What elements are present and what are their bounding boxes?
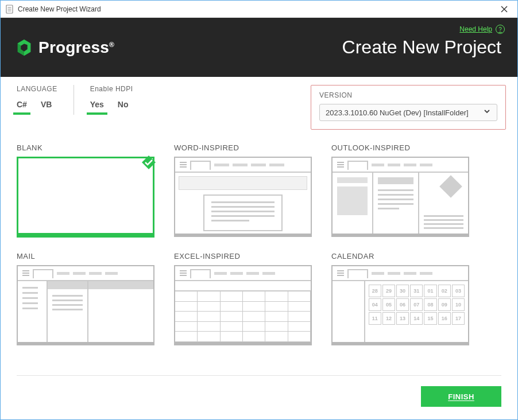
template-outlook: OUTLOOK-INSPIRED (331, 143, 469, 235)
language-choice-csharp[interactable]: C# (17, 100, 27, 112)
version-group: VERSION 2023.3.1010.60 NuGet (Dev) [Inst… (311, 85, 506, 130)
template-title: EXCEL-INSPIRED (174, 252, 312, 260)
calendar-day: 28 (369, 285, 381, 297)
calendar-day: 12 (382, 312, 395, 325)
template-title: OUTLOOK-INSPIRED (331, 143, 469, 152)
close-button[interactable] (491, 1, 517, 18)
template-card-calendar[interactable]: 28 29 30 31 01 02 03 04 05 06 07 08 09 1… (331, 265, 469, 343)
app-icon (5, 5, 14, 14)
version-dropdown[interactable]: 2023.3.1010.60 NuGet (Dev) [InstallFolde… (319, 104, 497, 121)
template-card-excel[interactable] (174, 265, 312, 343)
hdpi-group: Enable HDPI Yes No (90, 85, 133, 112)
calendar-day: 16 (438, 312, 451, 325)
calendar-day: 04 (369, 298, 381, 311)
check-icon (141, 155, 156, 170)
language-choice-vb[interactable]: VB (41, 100, 52, 112)
template-card-outlook[interactable] (331, 157, 469, 235)
menu-icon (180, 162, 187, 168)
footer: FINISH (1, 366, 517, 419)
help-icon: ? (496, 25, 505, 34)
progress-logo-icon (13, 37, 35, 59)
calendar-day: 08 (424, 298, 436, 311)
calendar-day: 02 (438, 285, 451, 297)
calendar-day: 01 (424, 285, 436, 297)
hdpi-label: Enable HDPI (90, 85, 133, 93)
template-card-blank[interactable] (17, 157, 154, 235)
template-word: WORD-INSPIRED (174, 143, 312, 235)
calendar-day: 03 (452, 285, 465, 297)
version-selected: 2023.3.1010.60 NuGet (Dev) [InstallFolde… (326, 108, 469, 117)
svg-marker-9 (142, 155, 156, 169)
titlebar: Create New Project Wizard (1, 1, 517, 18)
options-bar: LANGUAGE C# VB Enable HDPI Yes No VERSIO… (1, 77, 517, 126)
chevron-down-icon (483, 107, 491, 118)
svg-marker-7 (24, 39, 30, 56)
calendar-day: 13 (396, 312, 409, 325)
calendar-grid: 28 29 30 31 01 02 03 04 05 06 07 08 09 1… (365, 281, 468, 342)
menu-icon (180, 270, 187, 276)
template-title: BLANK (17, 143, 154, 152)
calendar-day: 29 (382, 285, 395, 297)
template-mail: MAIL (17, 252, 154, 343)
finish-button[interactable]: FINISH (421, 386, 501, 407)
diamond-icon (439, 175, 462, 198)
calendar-day: 15 (424, 312, 436, 325)
language-label: LANGUAGE (17, 85, 57, 93)
header: Need Help ? Progress® Create New Project (1, 18, 517, 77)
template-excel: EXCEL-INSPIRED (174, 252, 312, 343)
menu-icon (22, 270, 29, 276)
template-calendar: CALENDAR 28 29 30 31 01 02 (331, 252, 469, 343)
calendar-day: 06 (396, 298, 409, 311)
template-title: WORD-INSPIRED (174, 143, 312, 152)
calendar-day: 11 (369, 312, 381, 325)
template-blank: BLANK (17, 143, 154, 235)
brand-name: Progress® (38, 38, 114, 57)
menu-icon (337, 270, 344, 276)
need-help-label: Need Help (459, 25, 492, 33)
calendar-day: 31 (410, 285, 423, 297)
calendar-day: 10 (452, 298, 465, 311)
template-card-mail[interactable] (17, 265, 154, 343)
brand: Progress® (13, 37, 114, 59)
templates-grid: BLANK WORD-INSPIRED (1, 126, 517, 343)
need-help-link[interactable]: Need Help ? (459, 25, 505, 34)
language-group: LANGUAGE C# VB (17, 85, 57, 112)
template-card-word[interactable] (174, 157, 312, 235)
close-icon (501, 6, 508, 13)
calendar-day: 17 (452, 312, 465, 325)
version-label: VERSION (319, 91, 497, 99)
window-title: Create New Project Wizard (18, 5, 491, 13)
divider (17, 375, 501, 376)
template-title: CALENDAR (331, 252, 469, 260)
dialog-window: Create New Project Wizard Need Help ? Pr… (0, 0, 518, 420)
calendar-day: 05 (382, 298, 395, 311)
menu-icon (337, 162, 344, 168)
hdpi-choice-no[interactable]: No (118, 100, 129, 112)
divider (74, 85, 74, 115)
calendar-day: 14 (410, 312, 423, 325)
template-title: MAIL (17, 252, 154, 260)
calendar-day: 09 (438, 298, 451, 311)
page-title: Create New Project (342, 37, 501, 58)
calendar-day: 07 (410, 298, 423, 311)
calendar-day: 30 (396, 285, 409, 297)
hdpi-choice-yes[interactable]: Yes (90, 100, 104, 112)
